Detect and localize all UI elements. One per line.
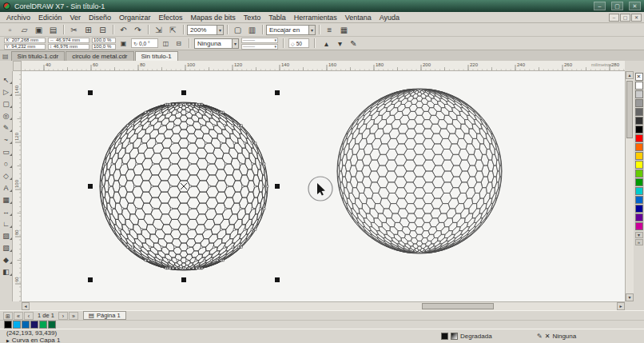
- menu-texto[interactable]: Texto: [240, 14, 265, 22]
- fill-status[interactable]: Degradada: [441, 333, 492, 340]
- to-back-button[interactable]: ▾: [333, 38, 347, 50]
- scroll-up-icon[interactable]: ▴: [626, 71, 634, 79]
- page-tab[interactable]: ▤ Página 1: [83, 311, 126, 320]
- selection-handle[interactable]: [88, 90, 93, 95]
- color-swatch[interactable]: [635, 99, 643, 107]
- shape-tool[interactable]: ▷: [1, 86, 12, 98]
- rectangle-tool[interactable]: ▭: [1, 146, 12, 158]
- document-tab-sin-titulo-1-cdr[interactable]: Sin título-1.cdr: [11, 51, 66, 61]
- document-tab-circulo-de-metal-cdr[interactable]: circulo de metal.cdr: [66, 51, 133, 61]
- menu-diseno[interactable]: Diseño: [85, 14, 115, 22]
- color-swatch[interactable]: [635, 82, 643, 90]
- menu-efectos[interactable]: Efectos: [155, 14, 187, 22]
- outline-status[interactable]: ✎ ✕ Ninguna: [537, 333, 576, 340]
- menu-mapas-de-bits[interactable]: Mapas de bits: [187, 14, 240, 22]
- selection-handle[interactable]: [88, 277, 93, 282]
- table-tool[interactable]: ▦: [1, 193, 12, 205]
- show-rulers-button[interactable]: ▥: [245, 24, 259, 36]
- scale-factor-field[interactable]: 100,0 % 100,0 %: [92, 38, 116, 50]
- freehand-tool[interactable]: ✎: [1, 122, 12, 134]
- fill-color-swatch[interactable]: [441, 333, 448, 340]
- palette-scroll-down-icon[interactable]: ▾: [635, 232, 643, 238]
- color-swatch[interactable]: [635, 143, 643, 151]
- mirror-vertical-button[interactable]: ⊟: [173, 38, 184, 49]
- redo-button[interactable]: ↷: [131, 24, 145, 36]
- color-swatch[interactable]: [635, 205, 643, 213]
- color-swatch[interactable]: [635, 222, 643, 230]
- height-box[interactable]: ↕ 46,976 mm: [48, 44, 89, 50]
- drawing-surface[interactable]: [22, 71, 625, 301]
- line-style-combos[interactable]: ——— ▾ ——— ▾: [241, 38, 278, 50]
- pick-tool[interactable]: ↖: [1, 74, 12, 86]
- color-swatch[interactable]: [635, 187, 643, 195]
- menu-tabla[interactable]: Tabla: [264, 14, 290, 22]
- crop-tool[interactable]: ▢: [1, 98, 12, 110]
- line-style-combo[interactable]: ——— ▾: [241, 38, 278, 43]
- menu-edicion[interactable]: Edición: [34, 14, 66, 22]
- edit-outline-button[interactable]: ✎: [347, 38, 360, 50]
- mirror-horizontal-button[interactable]: ◫: [161, 38, 171, 49]
- connector-tool[interactable]: ∟: [1, 217, 12, 229]
- document-color-swatch[interactable]: [4, 321, 12, 329]
- cut-button[interactable]: ✂: [67, 24, 81, 36]
- doc-close-button[interactable]: ✕: [631, 14, 642, 22]
- application-launcher-button[interactable]: ▦: [337, 24, 351, 36]
- text-tool[interactable]: A: [1, 181, 12, 193]
- minimize-button[interactable]: –: [594, 2, 606, 10]
- object-size-field[interactable]: ↔ 46,974 mm ↕ 46,976 mm: [48, 38, 89, 50]
- document-color-swatch[interactable]: [39, 321, 47, 329]
- vertical-scrollbar[interactable]: ▴ ▾: [625, 71, 634, 301]
- lock-ratio-button[interactable]: ▣: [118, 38, 129, 49]
- save-button[interactable]: ▣: [32, 24, 46, 36]
- drop-shadow-tool[interactable]: ▨: [1, 229, 12, 241]
- snap-to-combo[interactable]: Encajar en▾: [266, 25, 316, 35]
- next-page-button[interactable]: ›: [58, 312, 68, 320]
- scroll-left-icon[interactable]: ◂: [22, 302, 30, 310]
- copy-button[interactable]: ⊞: [81, 24, 95, 36]
- interactive-fill-tool[interactable]: ◧: [1, 265, 12, 277]
- dimension-tool[interactable]: ↔: [1, 205, 12, 217]
- menu-herramientas[interactable]: Herramientas: [290, 14, 341, 22]
- color-swatch[interactable]: [635, 213, 643, 221]
- drawing-canvas[interactable]: [22, 71, 625, 301]
- horizontal-scroll-thumb[interactable]: [422, 303, 494, 309]
- undo-button[interactable]: ↶: [117, 24, 130, 36]
- color-swatch[interactable]: [635, 108, 643, 116]
- document-tab-sin-titulo-1[interactable]: Sin título-1: [135, 51, 178, 61]
- width-box[interactable]: ↔ 46,974 mm: [48, 38, 89, 43]
- no-color-swatch[interactable]: ✕: [635, 73, 643, 81]
- paste-button[interactable]: ⊟: [96, 24, 109, 36]
- options-button[interactable]: ≡: [323, 24, 336, 36]
- print-button[interactable]: ▤: [46, 24, 60, 36]
- new-document-button[interactable]: ▫: [3, 24, 17, 36]
- last-page-button[interactable]: »: [69, 312, 78, 320]
- polygon-tool[interactable]: ◇: [1, 170, 12, 181]
- selection-handle[interactable]: [88, 184, 93, 189]
- rotation-angle-field[interactable]: ↻ 0,0 °: [131, 38, 158, 48]
- vertical-scroll-thumb[interactable]: [626, 81, 633, 138]
- menu-organizar[interactable]: Organizar: [115, 14, 155, 22]
- ruler-origin-box[interactable]: [13, 61, 22, 71]
- first-page-button[interactable]: «: [14, 312, 23, 320]
- color-swatch[interactable]: [635, 152, 643, 160]
- color-swatch[interactable]: [635, 196, 643, 204]
- color-swatch[interactable]: [635, 178, 643, 186]
- ellipse-tool[interactable]: ○: [1, 158, 12, 170]
- selection-handle[interactable]: [275, 277, 280, 282]
- horizontal-scrollbar[interactable]: ◂ ▸: [22, 301, 625, 310]
- add-page-button[interactable]: ⊞: [3, 312, 13, 320]
- to-front-button[interactable]: ▴: [320, 38, 333, 50]
- doc-minimize-button[interactable]: –: [609, 14, 619, 22]
- selection-handle[interactable]: [181, 90, 186, 95]
- zoom-tool[interactable]: ◎: [1, 110, 12, 122]
- selection-handle[interactable]: [181, 277, 186, 282]
- document-color-swatch[interactable]: [13, 321, 21, 329]
- corner-roundness-field[interactable]: ◇ 50: [288, 38, 309, 48]
- document-color-swatch[interactable]: [30, 321, 38, 329]
- object-position-field[interactable]: X: 207,268 mm Y: 94,232 mm: [4, 38, 46, 50]
- maximize-button[interactable]: ▢: [611, 2, 623, 10]
- export-button[interactable]: ⇱: [166, 24, 180, 36]
- menu-ver[interactable]: Ver: [66, 14, 85, 22]
- eyedropper-tool[interactable]: ◆: [1, 253, 12, 265]
- previous-page-button[interactable]: ‹: [24, 312, 34, 320]
